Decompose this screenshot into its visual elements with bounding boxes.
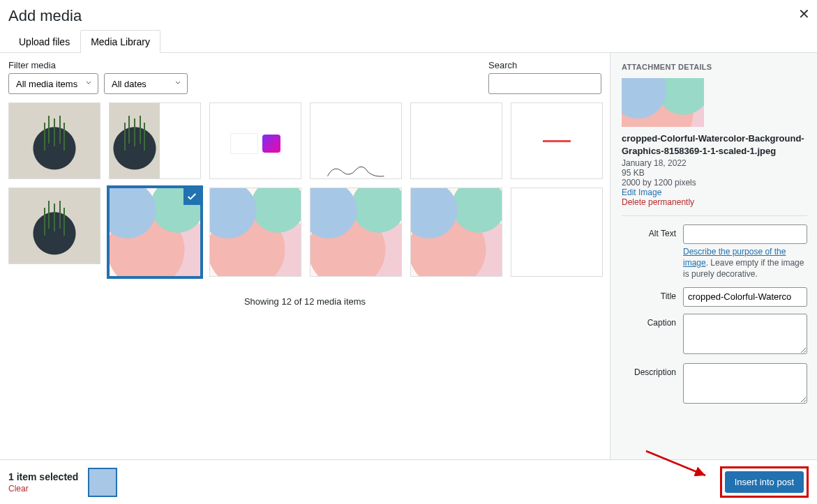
- media-thumbnail[interactable]: [209, 102, 301, 179]
- search-input[interactable]: [488, 73, 601, 94]
- attachment-filesize: 95 KB: [622, 168, 807, 178]
- attachment-preview: [622, 78, 704, 127]
- caption-textarea[interactable]: [683, 314, 807, 354]
- alt-text-input[interactable]: [683, 224, 807, 244]
- caption-label: Caption: [622, 314, 676, 328]
- media-thumbnail[interactable]: [511, 102, 603, 179]
- delete-permanently-link[interactable]: Delete permanently: [622, 197, 694, 207]
- filter-media-type-select[interactable]: All media items: [8, 73, 98, 94]
- edit-image-link[interactable]: Edit Image: [622, 188, 661, 197]
- tab-media-library[interactable]: Media Library: [80, 30, 160, 53]
- selection-count: 1 item selected: [8, 471, 78, 482]
- media-grid: [8, 102, 601, 277]
- divider: [622, 215, 807, 216]
- insert-into-post-button[interactable]: Insert into post: [725, 471, 804, 493]
- attachment-details-panel: ATTACHMENT DETAILS cropped-Colorful-Wate…: [610, 53, 817, 459]
- checkmark-icon: [183, 188, 200, 205]
- media-thumbnail[interactable]: [109, 102, 201, 179]
- close-icon[interactable]: ✕: [798, 6, 810, 22]
- attachment-dimensions: 2000 by 1200 pixels: [622, 178, 807, 188]
- add-media-modal: Add media ✕ Upload files Media Library F…: [0, 0, 817, 504]
- filter-dates-select[interactable]: All dates: [104, 73, 188, 94]
- attachment-date: January 18, 2022: [622, 158, 807, 168]
- filter-label: Filter media: [8, 60, 188, 70]
- media-thumbnail[interactable]: [511, 188, 603, 277]
- selected-thumbnail[interactable]: [88, 468, 117, 497]
- panel-heading: ATTACHMENT DETAILS: [622, 63, 807, 71]
- media-thumbnail[interactable]: [310, 188, 402, 277]
- modal-content: Filter media All media items All dates: [0, 53, 817, 459]
- tab-upload-files[interactable]: Upload files: [8, 30, 80, 53]
- showing-count: Showing 12 of 12 media items: [8, 296, 601, 307]
- modal-title: Add media: [8, 7, 809, 25]
- media-thumbnail[interactable]: [410, 102, 502, 179]
- annotation-highlight: Insert into post: [720, 466, 809, 498]
- media-thumbnail-selected[interactable]: [109, 188, 201, 277]
- media-thumbnail[interactable]: [8, 188, 100, 264]
- modal-footer: 1 item selected Clear Insert into post: [0, 459, 817, 504]
- filter-group: Filter media All media items All dates: [8, 60, 188, 94]
- alt-text-label: Alt Text: [622, 224, 676, 238]
- search-label: Search: [488, 60, 601, 70]
- modal-header: Add media: [0, 0, 817, 29]
- attachment-filename: cropped-Colorful-Watercolor-Background-G…: [622, 132, 807, 157]
- media-thumbnail[interactable]: [8, 102, 100, 179]
- filter-toolbar: Filter media All media items All dates: [8, 60, 601, 94]
- alt-text-helper: Describe the purpose of the image. Leave…: [683, 246, 807, 280]
- clear-selection-link[interactable]: Clear: [8, 484, 78, 494]
- description-textarea[interactable]: [683, 363, 807, 404]
- search-group: Search: [488, 60, 601, 94]
- description-label: Description: [622, 363, 676, 377]
- title-label: Title: [622, 287, 676, 301]
- media-thumbnail[interactable]: [410, 188, 502, 277]
- title-input[interactable]: [683, 287, 807, 307]
- media-browser: Filter media All media items All dates: [0, 53, 610, 459]
- tabs: Upload files Media Library: [0, 29, 817, 53]
- media-thumbnail[interactable]: [310, 102, 402, 179]
- media-thumbnail[interactable]: [209, 188, 301, 277]
